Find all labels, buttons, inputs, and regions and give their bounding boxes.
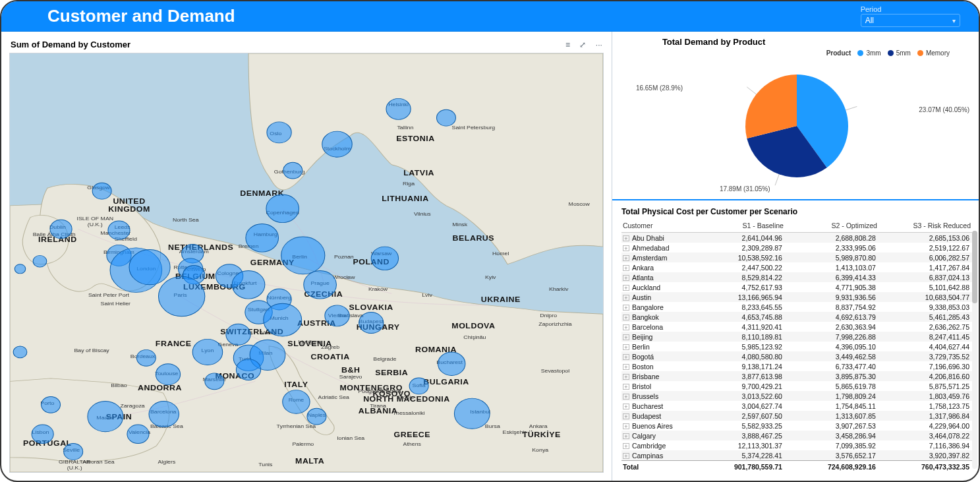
table-row[interactable]: +Amsterdam10,538,592.165,989,870.806,006… — [621, 253, 975, 262]
table-row[interactable]: +Bangalore8,233,645.558,837,754.929,338,… — [621, 302, 975, 312]
expand-icon[interactable]: + — [623, 433, 629, 439]
col-s3[interactable]: S3 - Risk Reduced — [881, 220, 975, 233]
demand-bubble[interactable] — [359, 313, 384, 334]
col-s1[interactable]: S1 - Baseline — [694, 220, 788, 233]
table-row[interactable]: +Ahmedabad2,309,289.872,333,995.062,519,… — [621, 243, 975, 253]
demand-bubble[interactable] — [226, 324, 250, 345]
demand-bubble[interactable] — [283, 162, 303, 179]
demand-bubble[interactable] — [88, 402, 123, 432]
table-row[interactable]: +Austin13,166,965.949,931,936.5610,683,5… — [621, 292, 975, 302]
demand-bubble[interactable] — [325, 305, 349, 326]
table-row[interactable]: +Beijing8,110,189.817,998,226.888,247,41… — [621, 332, 975, 342]
demand-bubble[interactable] — [13, 346, 27, 358]
expand-icon[interactable]: + — [623, 324, 629, 330]
expand-icon[interactable]: + — [623, 265, 629, 271]
expand-icon[interactable]: + — [623, 394, 629, 400]
cost-table[interactable]: Customer S1 - Baseline S2 - Optimized S3… — [621, 220, 975, 472]
focus-mode-icon[interactable]: ⤢ — [579, 40, 586, 49]
demand-bubble[interactable] — [454, 398, 490, 429]
demand-bubble[interactable] — [267, 122, 291, 143]
expand-icon[interactable]: + — [623, 413, 629, 419]
demand-bubble[interactable] — [33, 255, 47, 267]
demand-bubble[interactable] — [129, 250, 170, 285]
demand-bubble[interactable] — [158, 276, 204, 316]
demand-bubble[interactable] — [192, 339, 223, 365]
expand-icon[interactable]: + — [623, 374, 629, 380]
table-row[interactable]: +Campinas5,374,228.413,576,652.173,920,3… — [621, 450, 975, 461]
demand-bubble[interactable] — [64, 443, 83, 460]
demand-bubble[interactable] — [127, 425, 149, 443]
demand-bubble[interactable] — [205, 373, 224, 390]
expand-icon[interactable]: + — [623, 285, 629, 291]
table-row[interactable]: +Cambridge12,113,301.377,099,385.927,116… — [621, 440, 975, 450]
table-row[interactable]: +Calgary3,888,467.253,458,286.943,464,07… — [621, 431, 975, 440]
filter-icon[interactable]: ≡ — [565, 40, 570, 49]
demand-bubble[interactable] — [371, 247, 398, 270]
table-row[interactable]: +Atlanta8,529,814.226,399,414.336,837,02… — [621, 272, 975, 282]
expand-icon[interactable]: + — [623, 235, 629, 241]
legend-item-3mm[interactable]: 3mm — [857, 49, 880, 57]
expand-icon[interactable]: + — [623, 334, 629, 340]
demand-bubble[interactable] — [322, 131, 353, 157]
demand-bubble[interactable] — [438, 352, 465, 376]
expand-icon[interactable]: + — [623, 404, 629, 409]
demand-bubble[interactable] — [32, 425, 53, 443]
expand-icon[interactable]: + — [623, 364, 629, 370]
demand-bubble[interactable] — [236, 359, 260, 380]
table-row[interactable]: +Buenos Aires5,582,933.253,907,267.534,2… — [621, 421, 975, 431]
table-row[interactable]: +Barcelona4,311,920.412,630,363.942,636,… — [621, 322, 975, 332]
table-row[interactable]: +Abu Dhabi2,641,044.962,688,808.282,685,… — [621, 233, 975, 243]
scrollbar-thumb[interactable] — [972, 231, 977, 303]
demand-bubble[interactable] — [266, 195, 299, 223]
table-row[interactable]: +Budapest2,597,607.501,313,607.851,317,9… — [621, 411, 975, 421]
map-visual[interactable]: ESTONIALATVIALITHUANIADENMARKUNITEDKINGD… — [9, 53, 604, 473]
expand-icon[interactable]: + — [623, 255, 629, 261]
demand-bubble[interactable] — [281, 237, 325, 274]
more-options-icon[interactable]: ··· — [596, 40, 602, 49]
table-row[interactable]: +Bangkok4,653,745.884,692,613.795,461,28… — [621, 312, 975, 322]
period-select[interactable]: All ▾ — [861, 14, 960, 27]
pie-chart[interactable]: 23.07M (40.05%) 17.89M (31.05%) 16.65M (… — [624, 57, 969, 195]
demand-bubble[interactable] — [264, 303, 302, 336]
demand-bubble[interactable] — [92, 183, 111, 199]
demand-bubble[interactable] — [307, 408, 326, 425]
table-row[interactable]: +Bogotá4,080,580.803,449,462.583,729,735… — [621, 351, 975, 361]
table-row[interactable]: +Boston9,138,171.246,733,477.407,196,696… — [621, 361, 975, 371]
table-scrollbar[interactable] — [972, 231, 977, 469]
demand-bubble[interactable] — [246, 224, 279, 252]
expand-icon[interactable]: + — [623, 295, 629, 301]
demand-bubble[interactable] — [156, 364, 180, 385]
demand-bubble[interactable] — [42, 396, 61, 413]
demand-bubble[interactable] — [283, 390, 310, 414]
table-row[interactable]: +Berlin5,985,123.924,396,095.104,404,627… — [621, 342, 975, 351]
legend-item-memory[interactable]: Memory — [917, 49, 950, 57]
expand-icon[interactable]: + — [623, 384, 629, 390]
demand-bubble[interactable] — [136, 349, 156, 366]
expand-icon[interactable]: + — [623, 245, 629, 251]
expand-icon[interactable]: + — [623, 453, 629, 459]
table-row[interactable]: +Bristol9,700,429.215,865,619.785,875,57… — [621, 381, 975, 391]
table-row[interactable]: +Bucharest3,004,627.741,754,845.111,758,… — [621, 401, 975, 411]
demand-bubble[interactable] — [232, 270, 265, 299]
demand-bubble[interactable] — [409, 378, 428, 394]
expand-icon[interactable]: + — [623, 443, 629, 449]
expand-icon[interactable]: + — [623, 344, 629, 350]
expand-icon[interactable]: + — [623, 305, 629, 311]
demand-bubble[interactable] — [14, 264, 26, 274]
demand-bubble[interactable] — [386, 98, 411, 119]
demand-bubble[interactable] — [304, 270, 337, 299]
table-row[interactable]: +Brisbane3,877,613.983,895,875.304,206,8… — [621, 371, 975, 381]
expand-icon[interactable]: + — [623, 423, 629, 429]
expand-icon[interactable]: + — [623, 354, 629, 360]
legend-item-5mm[interactable]: 5mm — [888, 49, 911, 57]
demand-bubble[interactable] — [149, 402, 179, 427]
expand-icon[interactable]: + — [623, 275, 629, 281]
demand-bubble[interactable] — [50, 220, 72, 238]
table-row[interactable]: +Auckland4,752,617.934,771,905.385,101,6… — [621, 282, 975, 292]
table-row[interactable]: +Ankara2,447,500.221,413,103.071,417,267… — [621, 262, 975, 272]
expand-icon[interactable]: + — [623, 315, 629, 320]
table-row[interactable]: +Brussels3,013,522.601,798,809.241,803,4… — [621, 391, 975, 401]
demand-bubble[interactable] — [436, 109, 455, 126]
col-s2[interactable]: S2 - Optimized — [788, 220, 881, 233]
col-customer[interactable]: Customer — [621, 220, 694, 233]
